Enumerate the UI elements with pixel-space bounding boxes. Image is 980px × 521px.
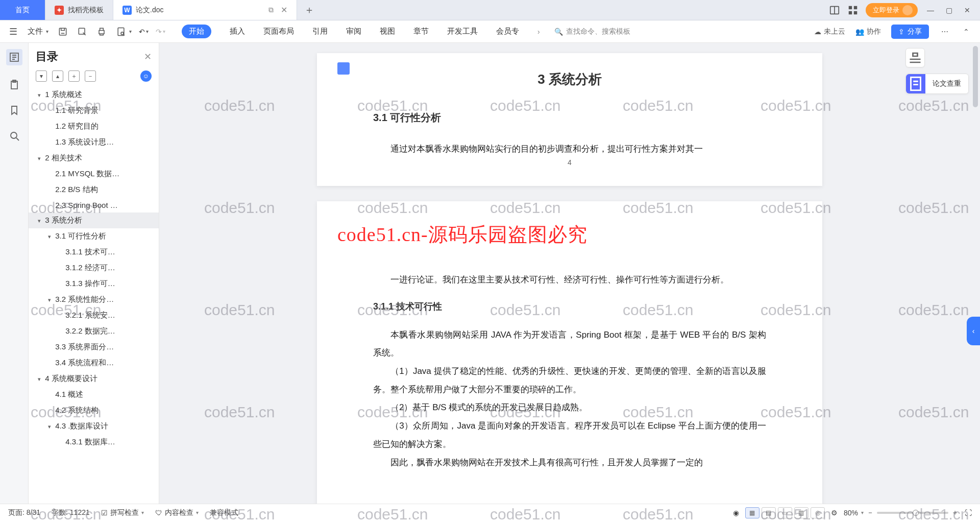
fullscreen-icon[interactable]: ⛶ — [965, 509, 972, 517]
doc-h2: 3.1 可行性分析 — [373, 111, 766, 125]
layout-icon[interactable] — [829, 5, 840, 16]
tab-document[interactable]: W 论文.doc ⧉ ✕ — [113, 0, 297, 20]
outline-node[interactable]: ▾ 2 相关技术 — [29, 150, 159, 166]
outline-node[interactable]: ▾ 3 系统分析 — [29, 212, 159, 228]
chevron-down-icon[interactable]: ▾ — [163, 29, 165, 34]
tab-templates[interactable]: ✦ 找稻壳模板 — [45, 0, 113, 20]
content-check-toggle[interactable]: 🛡内容检查 ▾ — [155, 508, 199, 517]
save-icon[interactable] — [58, 27, 68, 37]
svg-rect-4 — [854, 11, 857, 14]
outline-node[interactable]: 3.1.1 技术可… — [29, 244, 159, 260]
ribbon-tab-insert[interactable]: 插入 — [230, 27, 245, 36]
outline-node[interactable]: ▾ 4.3 .数据库设计 — [29, 418, 159, 434]
zoom-in-icon[interactable]: ＋ — [951, 508, 959, 517]
settings-icon[interactable]: ⚙ — [831, 509, 838, 517]
command-search[interactable]: 🔍 查找命令、搜索模板 — [554, 27, 630, 36]
collapse-ribbon-icon[interactable]: ⌃ — [961, 26, 972, 37]
view-outline-icon[interactable]: ▥ — [794, 507, 808, 518]
outline-rail-icon[interactable] — [6, 49, 22, 65]
apps-icon[interactable] — [847, 5, 859, 16]
ribbon-tab-reference[interactable]: 引用 — [312, 27, 328, 36]
popout-icon[interactable]: ⧉ — [268, 6, 274, 14]
tab-home[interactable]: 首页 — [0, 0, 45, 20]
zoom-control: 80% ▾ － ＋ — [844, 508, 959, 517]
view-focus-icon[interactable]: ◎ — [811, 507, 825, 518]
file-menu[interactable]: 文件 — [28, 27, 43, 36]
document-viewport[interactable]: 3 系统分析 3.1 可行性分析 通过对本飘香水果购物网站实行的目的初步调查和分… — [159, 43, 980, 504]
outline-node[interactable]: 4.2 系统结构 — [29, 402, 159, 418]
outline-node[interactable]: 1.1 研究背景 — [29, 103, 159, 119]
ribbon-tab-chapter[interactable]: 章节 — [413, 27, 429, 36]
outline-node[interactable]: ▾ 3.1 可行性分析 — [29, 228, 159, 244]
collapse-all-icon[interactable]: ▴ — [52, 70, 63, 82]
outline-node[interactable]: 1.3 系统设计思… — [29, 134, 159, 150]
zoom-slider[interactable] — [877, 512, 948, 514]
outline-node[interactable]: 4.3.1 数据库… — [29, 434, 159, 450]
close-icon[interactable]: ✕ — [281, 5, 287, 15]
format-panel-icon[interactable] — [905, 48, 925, 67]
outline-node[interactable]: 4.1 概述 — [29, 387, 159, 402]
outline-node[interactable]: 2.3 Spring Boot … — [29, 198, 159, 212]
outline-node[interactable]: 3.1.2 经济可… — [29, 260, 159, 276]
collab-button[interactable]: 👥协作 — [855, 27, 881, 36]
tab-bar: 首页 ✦ 找稻壳模板 W 论文.doc ⧉ ✕ ＋ 立即登录 — ▢ ✕ — [0, 0, 980, 20]
minimize-icon[interactable]: — — [925, 5, 936, 16]
chevron-down-icon[interactable]: ▾ — [46, 29, 48, 34]
outline-node[interactable]: 3.3 系统界面分… — [29, 339, 159, 355]
ribbon-tab-review[interactable]: 审阅 — [346, 27, 361, 36]
clipboard-rail-icon[interactable] — [8, 79, 20, 91]
chevron-down-icon[interactable]: ▾ — [146, 29, 149, 34]
outline-tree: ▾ 1 系统概述 1.1 研究背景 1.2 研究目的 1.3 系统设计思…▾ 2… — [29, 87, 159, 504]
bookmark-rail-icon[interactable] — [8, 104, 20, 116]
zoom-out-icon[interactable]: － — [867, 508, 874, 517]
scrollbar-thumb[interactable] — [973, 46, 978, 107]
view-web-icon[interactable]: ▭ — [778, 507, 792, 518]
hamburger-icon[interactable]: ☰ — [8, 27, 18, 37]
outline-node[interactable]: ▾ 3.2 系统性能分… — [29, 292, 159, 307]
view-page-icon[interactable]: ▦ — [745, 507, 760, 518]
zoom-handle[interactable] — [913, 510, 919, 516]
expand-all-icon[interactable]: ▾ — [36, 70, 47, 82]
ribbon-tab-view[interactable]: 视图 — [380, 27, 395, 36]
outline-node[interactable]: 3.1.3 操作可… — [29, 276, 159, 292]
chevron-down-icon[interactable]: ▾ — [129, 29, 132, 34]
add-node-icon[interactable]: ＋ — [68, 70, 80, 82]
outline-node[interactable]: 3.2.1 系统安… — [29, 307, 159, 323]
share-button[interactable]: ⇪分享 — [891, 25, 929, 39]
outline-node[interactable]: ▾ 1 系统概述 — [29, 87, 159, 103]
assistant-icon[interactable]: ☺ — [140, 70, 152, 82]
view-read-icon[interactable]: ▤ — [762, 507, 776, 518]
more-icon[interactable]: ⋯ — [939, 26, 950, 37]
zoom-level[interactable]: 80% — [844, 509, 858, 517]
outline-node[interactable]: 2.2 B/S 结构 — [29, 182, 159, 198]
ribbon-tab-devtools[interactable]: 开发工具 — [447, 27, 478, 36]
word-count[interactable]: 字数: 11221 — [52, 508, 90, 517]
save-as-icon[interactable] — [77, 27, 87, 37]
vertical-scrollbar[interactable] — [971, 43, 979, 503]
login-button[interactable]: 立即登录 — [866, 3, 918, 17]
outline-node[interactable]: 3.2.2 数据完… — [29, 323, 159, 339]
ribbon-tab-member[interactable]: 会员专 — [496, 27, 519, 36]
close-outline-icon[interactable]: ✕ — [144, 51, 152, 62]
ribbon-tab-layout[interactable]: 页面布局 — [263, 27, 294, 36]
window-close-icon[interactable]: ✕ — [962, 5, 973, 16]
outline-node[interactable]: 3.4 系统流程和… — [29, 355, 159, 371]
print-icon[interactable] — [96, 27, 107, 37]
search-rail-icon[interactable] — [8, 130, 20, 142]
new-tab-button[interactable]: ＋ — [297, 0, 322, 20]
ribbon-tab-start[interactable]: 开始 — [182, 25, 211, 38]
undo-icon[interactable]: ↶ — [139, 28, 145, 36]
outline-node[interactable]: 2.1 MYSQL 数据… — [29, 166, 159, 182]
cloud-status[interactable]: ☁未上云 — [814, 27, 845, 36]
preview-icon[interactable] — [116, 27, 126, 37]
redo-icon[interactable]: ↷ — [156, 28, 162, 36]
spell-check-toggle[interactable]: ☑拼写检查 ▾ — [101, 508, 144, 517]
remove-node-icon[interactable]: － — [85, 70, 96, 82]
maximize-icon[interactable]: ▢ — [943, 5, 954, 16]
outline-node[interactable]: ▾ 4 系统概要设计 — [29, 371, 159, 387]
page-indicator[interactable]: 页面: 8/31 — [8, 508, 40, 517]
status-eye-icon[interactable]: ◉ — [733, 509, 739, 517]
plagiarism-check-button[interactable]: 论文查重 — [905, 74, 969, 94]
outline-node[interactable]: 1.2 研究目的 — [29, 119, 159, 134]
ribbon-more-icon[interactable]: › — [537, 28, 540, 36]
